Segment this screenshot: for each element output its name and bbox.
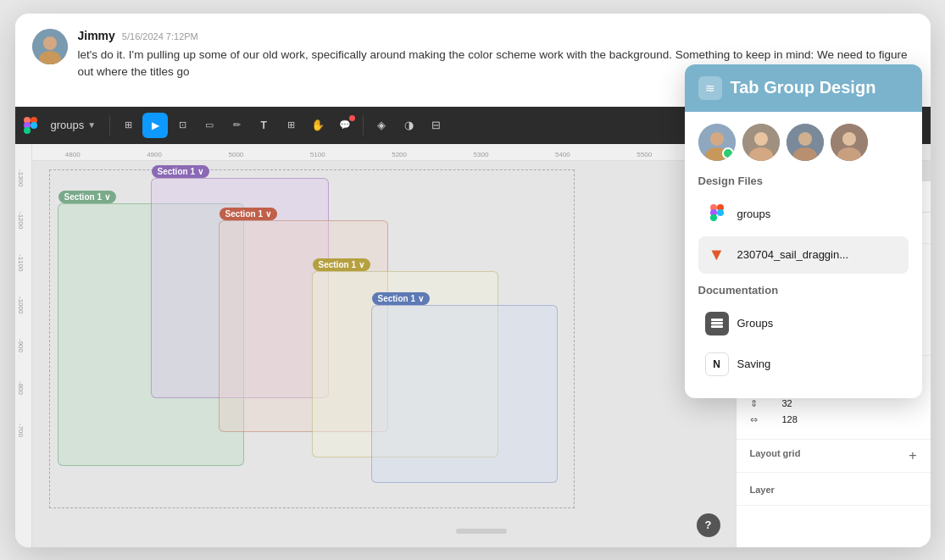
layout-grid-section: Layout grid + [737, 440, 931, 473]
ruler-label-4: 5200 [359, 151, 440, 158]
toolbar-tools: ⊞ ▶ ⊡ ▭ ✏ T ⊞ ✋ 💬 [115, 113, 358, 138]
move-tool-button[interactable]: ▶ [142, 113, 168, 138]
file-item-sail[interactable]: ▼ 230704_sail_draggin... [698, 236, 909, 274]
tab-group-icon: ≋ [698, 76, 722, 100]
figma-logo[interactable] [22, 117, 39, 134]
file-name-groups: groups [737, 208, 771, 220]
doc-item-saving[interactable]: N Saving [698, 346, 909, 383]
frame-tool-button[interactable]: ⊡ [170, 113, 195, 138]
svg-rect-26 [711, 322, 723, 324]
gap-row: ⇕ 32 [750, 398, 917, 409]
toolbar-divider-2 [363, 115, 364, 136]
section-label-1[interactable]: Section 1 ∨ [58, 191, 116, 203]
avatar-image [32, 29, 68, 64]
svg-point-15 [798, 132, 812, 146]
layer-section: Layer [737, 473, 931, 506]
padding-value[interactable]: 128 [782, 414, 798, 424]
tab-group-header: ≋ Tab Group Design [685, 64, 922, 112]
toolbar-actions: ◈ ◑ ⊟ [369, 113, 448, 138]
shape-tool-button[interactable]: ▭ [197, 113, 222, 138]
file-name-sail: 230704_sail_draggin... [737, 248, 849, 261]
file-item-groups[interactable]: groups [698, 196, 909, 233]
ruler-label-6: 5400 [522, 151, 603, 158]
design-files-title: Design Files [698, 175, 909, 187]
svg-rect-25 [711, 319, 723, 321]
svg-point-12 [754, 132, 768, 146]
padding-icon: ⇔ [750, 414, 775, 425]
svg-point-9 [710, 132, 724, 146]
svg-point-18 [842, 132, 856, 146]
select-tool-button[interactable]: ⊞ [115, 113, 141, 138]
member-avatars [698, 124, 909, 161]
canvas-content: Section 1 ∨ Section 1 ∨ Section 1 ∨ Sect… [49, 169, 609, 534]
ruler-label-0: 4800 [32, 151, 114, 158]
figma-logo-svg [24, 117, 37, 134]
svg-point-1 [43, 36, 57, 50]
layout-grid-title: Layout grid [750, 448, 801, 458]
avatar-2-svg [742, 124, 780, 161]
avatar [32, 29, 68, 64]
file-name-button[interactable]: groups ▼ [42, 115, 105, 135]
toolbar-divider-1 [109, 115, 110, 136]
tab-group-title: Tab Group Design [731, 78, 876, 97]
svg-rect-7 [24, 127, 31, 134]
triangle-file-icon: ▼ [705, 243, 729, 267]
doc-name-groups: Groups [737, 317, 774, 330]
member-avatar-4[interactable] [831, 124, 868, 161]
chat-header: Jimmy 5/16/2024 7:12PM [78, 29, 914, 42]
pen-tool-button[interactable]: ✏ [224, 113, 249, 138]
documentation-title: Documentation [698, 284, 909, 297]
svg-rect-23 [717, 209, 724, 216]
svg-rect-24 [710, 214, 717, 221]
mask-tool-button[interactable]: ◑ [396, 113, 421, 138]
chevron-down-icon: ▼ [87, 120, 96, 130]
section-label-5[interactable]: Section 1 ∨ [372, 292, 430, 305]
figma-icon-svg [709, 204, 725, 225]
chat-username: Jimmy [78, 29, 115, 42]
figma-file-icon [705, 202, 729, 226]
comment-tool-button[interactable]: 💬 [332, 113, 358, 138]
gap-icon: ⇕ [750, 398, 775, 409]
groups-doc-icon [705, 312, 729, 335]
chat-timestamp: 5/16/2024 7:12PM [122, 31, 198, 42]
ruler-label-2: 5000 [195, 151, 276, 158]
tab-group-panel: ≋ Tab Group Design [685, 64, 922, 398]
member-avatar-1[interactable] [698, 124, 736, 161]
file-name-label: groups [51, 119, 85, 131]
boolean-tool-button[interactable]: ⊟ [423, 113, 448, 138]
fill-tool-button[interactable]: ◈ [369, 113, 394, 138]
member-avatar-3[interactable] [787, 124, 824, 161]
padding-row: ⇔ 128 [750, 414, 917, 425]
doc-name-saving: Saving [737, 358, 771, 370]
member-avatar-2[interactable] [742, 124, 780, 161]
avatar-3-svg [787, 124, 824, 161]
avatar-svg [32, 29, 68, 64]
section-label-2[interactable]: Section 1 ∨ [152, 165, 209, 178]
ruler-label-7: 5500 [603, 151, 685, 158]
hand-tool-button[interactable]: ✋ [305, 113, 331, 138]
svg-rect-6 [31, 122, 37, 129]
component-tool-button[interactable]: ⊞ [278, 113, 303, 138]
ruler-left: -1300 -1200 -1100 -1000 -900 -800 -700 [15, 144, 32, 547]
main-container: Jimmy 5/16/2024 7:12PM let's do it. I'm … [15, 14, 931, 547]
notion-icon: N [705, 352, 729, 376]
layer-title: Layer [750, 485, 775, 495]
section-frame-5[interactable]: Section 1 ∨ [371, 305, 558, 483]
database-icon-svg [710, 317, 724, 330]
avatar-4-svg [831, 124, 868, 161]
ruler-label-3: 5100 [277, 151, 359, 158]
doc-item-groups[interactable]: Groups [698, 305, 909, 342]
ruler-label-5: 5300 [440, 151, 521, 158]
text-tool-button[interactable]: T [251, 113, 276, 138]
avatar-1-svg [698, 124, 736, 161]
tab-group-body: Design Files groups ▼ 230704 [685, 112, 922, 398]
wave-icon: ≋ [705, 81, 715, 95]
ruler-label-1: 4900 [114, 151, 195, 158]
add-grid-icon[interactable]: + [909, 448, 916, 463]
svg-rect-27 [711, 325, 723, 328]
section-label-4[interactable]: Section 1 ∨ [313, 258, 370, 271]
scrollbar-hint[interactable] [456, 529, 507, 534]
gap-value[interactable]: 32 [782, 398, 792, 408]
section-label-3[interactable]: Section 1 ∨ [220, 208, 277, 220]
help-button[interactable]: ? [697, 513, 720, 537]
